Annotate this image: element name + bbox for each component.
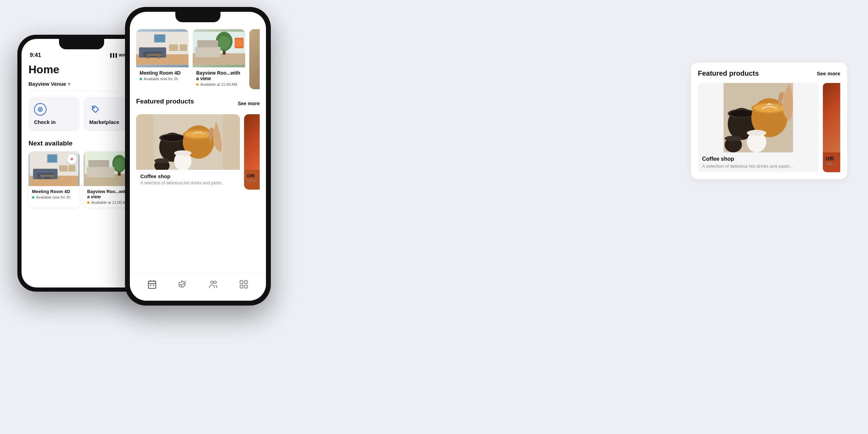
svg-rect-69 bbox=[240, 281, 243, 283]
chevron-down-icon: ▾ bbox=[68, 82, 70, 86]
svg-point-79 bbox=[725, 136, 742, 141]
center-phone-screen: Meeting Room 4D Available now for 2h bbox=[130, 12, 266, 301]
featured-header: Featured products See more bbox=[136, 98, 260, 109]
feature-card-title: Featured products bbox=[698, 69, 759, 77]
center-rooms-row: Meeting Room 4D Available now for 2h bbox=[136, 29, 260, 89]
featured-title: Featured products bbox=[136, 98, 194, 105]
feature-product-info-coffee: Coffee shop A selection of delicious hot… bbox=[698, 152, 819, 172]
svg-point-2 bbox=[93, 107, 94, 108]
notch bbox=[59, 39, 104, 49]
room-image-1: ♥ bbox=[28, 151, 80, 186]
partial-product-card: Offi Get o bbox=[244, 114, 260, 190]
svg-rect-71 bbox=[240, 285, 243, 288]
svg-rect-24 bbox=[89, 160, 109, 167]
feature-coffee-svg bbox=[698, 83, 819, 152]
room-cards: ♥ bbox=[28, 151, 135, 207]
center-status-dot-orange bbox=[196, 83, 199, 86]
room-availability-2: Available at 11:00 AM bbox=[87, 200, 131, 205]
status-dot-orange bbox=[87, 201, 90, 204]
see-more-button[interactable]: See more bbox=[238, 101, 260, 106]
calendar-icon bbox=[147, 279, 157, 289]
center-room-illustration-2 bbox=[193, 29, 245, 67]
center-room-availability-2: Available at 11:00 AM bbox=[196, 82, 242, 86]
svg-rect-72 bbox=[244, 285, 247, 288]
feature-product-card-coffee[interactable]: Coffee shop A selection of delicious hot… bbox=[698, 83, 819, 172]
center-room-name-1: Meeting Room 4D bbox=[140, 70, 185, 76]
svg-point-0 bbox=[38, 107, 42, 111]
room-info-1: Meeting Room 4D Available now for 2h bbox=[28, 186, 80, 202]
center-room-card-2[interactable]: Bayview Roo...with a view Available at 1… bbox=[193, 29, 245, 89]
feature-coffee-image bbox=[698, 83, 819, 152]
check-in-button[interactable]: Check in bbox=[28, 97, 80, 131]
center-room-illustration-1 bbox=[136, 29, 189, 67]
center-room-card-1[interactable]: Meeting Room 4D Available now for 2h bbox=[136, 29, 189, 89]
time-left: 9:41 bbox=[30, 52, 41, 58]
svg-rect-12 bbox=[51, 177, 52, 180]
svg-rect-38 bbox=[155, 35, 165, 42]
svg-rect-30 bbox=[139, 47, 143, 57]
feature-card: Featured products See more bbox=[691, 62, 847, 179]
svg-point-22 bbox=[114, 158, 125, 171]
room-name-2: Bayview Roo...with a view bbox=[87, 189, 131, 199]
center-room-info-1: Meeting Room 4D Available now for 2h bbox=[136, 67, 189, 84]
marketplace-label: Marketplace bbox=[89, 119, 129, 125]
svg-point-53 bbox=[161, 135, 184, 141]
svg-point-67 bbox=[211, 281, 213, 283]
svg-rect-23 bbox=[87, 167, 115, 177]
svg-rect-33 bbox=[148, 56, 149, 59]
marketplace-icon bbox=[89, 103, 102, 116]
svg-point-1 bbox=[40, 109, 41, 110]
nav-people[interactable] bbox=[208, 279, 218, 289]
svg-rect-36 bbox=[180, 44, 187, 51]
svg-point-60 bbox=[155, 158, 170, 163]
product-card-coffee[interactable]: Coffee shop A selection of delicious hot… bbox=[136, 114, 240, 190]
svg-rect-61 bbox=[149, 281, 156, 288]
check-in-label: Check in bbox=[34, 119, 74, 125]
center-phone: Meeting Room 4D Available now for 2h bbox=[125, 7, 271, 306]
svg-rect-14 bbox=[69, 165, 76, 172]
svg-rect-10 bbox=[40, 175, 54, 177]
feature-see-more-button[interactable]: See more bbox=[817, 70, 840, 76]
svg-point-84 bbox=[747, 130, 766, 136]
partial-room-card bbox=[249, 29, 260, 89]
room-card-1[interactable]: ♥ bbox=[28, 151, 80, 207]
center-rooms-section: Meeting Room 4D Available now for 2h bbox=[130, 12, 266, 89]
left-phone-screen: 9:41 ▐▐▐ WiFi 🔋 Home Bayview Venue ▾ bbox=[22, 39, 142, 287]
svg-rect-8 bbox=[33, 169, 37, 179]
quick-actions: Check in Marketplace bbox=[28, 97, 135, 131]
svg-rect-70 bbox=[244, 281, 247, 283]
center-room-img-1 bbox=[136, 29, 189, 67]
next-available-title: Next available bbox=[28, 140, 135, 147]
nav-calendar[interactable] bbox=[147, 279, 157, 289]
svg-rect-46 bbox=[197, 40, 218, 48]
home-content: Home Bayview Venue ▾ Check in bbox=[22, 60, 142, 287]
room-availability-1: Available now for 2h bbox=[32, 195, 76, 199]
feature-partial-product-desc: Get o bbox=[826, 161, 837, 166]
center-status-dot-green bbox=[140, 78, 142, 80]
coffee-image bbox=[136, 114, 240, 170]
feature-card-header: Featured products See more bbox=[698, 69, 840, 77]
center-room-info-2: Bayview Roo...with a view Available at 1… bbox=[193, 67, 245, 89]
nav-announcements[interactable] bbox=[178, 279, 187, 289]
svg-point-56 bbox=[185, 131, 212, 138]
signal-icon: ▐▐▐ bbox=[109, 53, 117, 57]
svg-rect-34 bbox=[158, 56, 159, 59]
nav-apps[interactable] bbox=[239, 279, 249, 289]
product-desc-coffee: A selection of delicious hot drinks and … bbox=[140, 181, 236, 186]
svg-rect-35 bbox=[169, 44, 178, 51]
product-info-coffee: Coffee shop A selection of delicious hot… bbox=[136, 170, 240, 190]
room-name-1: Meeting Room 4D bbox=[32, 189, 76, 194]
feature-partial-card: Offi Get o bbox=[823, 83, 840, 172]
coffee-svg bbox=[136, 114, 240, 170]
svg-rect-13 bbox=[59, 165, 68, 172]
venue-name: Bayview Venue bbox=[28, 81, 66, 87]
svg-rect-9 bbox=[53, 169, 58, 179]
svg-point-68 bbox=[214, 281, 216, 283]
product-name-coffee: Coffee shop bbox=[140, 173, 236, 179]
megaphone-icon bbox=[178, 279, 187, 289]
feature-product-name-coffee: Coffee shop bbox=[702, 156, 815, 162]
svg-rect-45 bbox=[195, 47, 220, 57]
favorite-icon[interactable]: ♥ bbox=[67, 154, 77, 164]
venue-selector[interactable]: Bayview Venue ▾ bbox=[28, 81, 135, 91]
svg-point-77 bbox=[730, 110, 753, 117]
